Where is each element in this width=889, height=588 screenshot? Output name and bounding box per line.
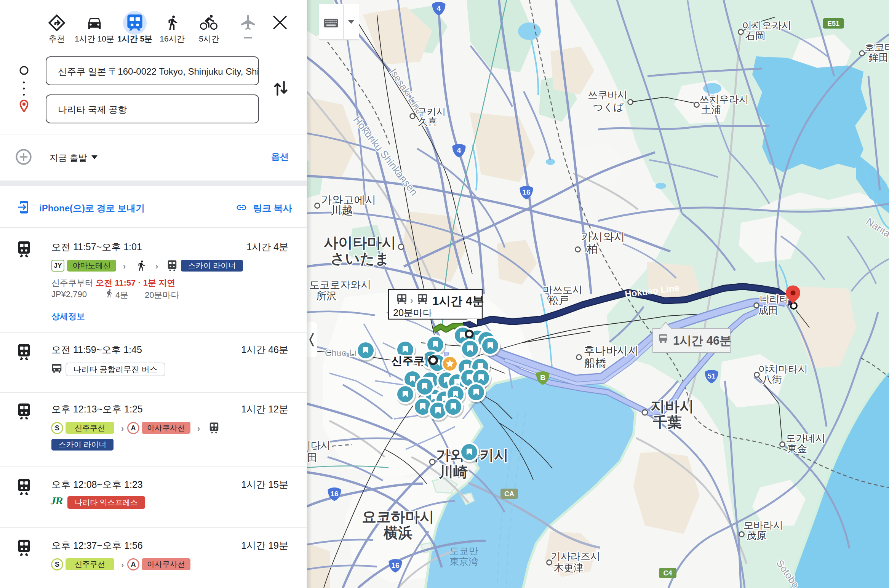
- svg-text:川崎: 川崎: [438, 464, 468, 480]
- svg-text:16: 16: [391, 561, 399, 569]
- svg-text:C4: C4: [663, 569, 672, 577]
- svg-text:›: ›: [410, 295, 413, 305]
- svg-text:鉾田: 鉾田: [869, 52, 889, 63]
- svg-text:東京湾: 東京湾: [450, 556, 478, 567]
- svg-text:쓰쿠바시: 쓰쿠바시: [588, 89, 627, 101]
- svg-text:후나바시시: 후나바시시: [584, 344, 639, 356]
- svg-text:신주쿠: 신주쿠: [392, 355, 425, 367]
- svg-text:B: B: [540, 374, 545, 382]
- svg-text:기사라즈시: 기사라즈시: [551, 551, 600, 562]
- svg-text:4: 4: [457, 146, 461, 154]
- svg-text:木更津: 木更津: [554, 562, 584, 574]
- svg-text:도코로자와시: 도코로자와시: [309, 279, 371, 291]
- svg-text:4: 4: [437, 4, 441, 12]
- svg-text:16: 16: [330, 490, 338, 498]
- svg-text:船橋: 船橋: [584, 357, 606, 369]
- svg-text:東金: 東金: [787, 443, 807, 454]
- svg-text:51: 51: [707, 372, 716, 380]
- svg-text:구키시: 구키시: [417, 106, 446, 117]
- svg-text:土浦: 土浦: [701, 104, 721, 115]
- svg-text:모바라시: 모바라시: [743, 519, 783, 531]
- svg-text:도가네시: 도가네시: [786, 433, 825, 444]
- svg-text:久喜: 久喜: [418, 116, 437, 127]
- svg-text:石岡: 石岡: [745, 30, 765, 42]
- svg-text:16: 16: [522, 188, 530, 196]
- svg-text:20분마다: 20분마다: [393, 307, 432, 318]
- svg-text:이시오카시: 이시오카시: [742, 20, 791, 31]
- svg-text:千葉: 千葉: [653, 414, 682, 430]
- svg-text:柏: 柏: [587, 243, 598, 255]
- svg-text:川越: 川越: [331, 204, 353, 216]
- svg-text:지바시: 지바시: [651, 398, 694, 414]
- svg-text:CA: CA: [504, 490, 514, 498]
- svg-text:야치마타시: 야치마타시: [758, 363, 808, 375]
- svg-text:나리타: 나리타: [759, 293, 789, 305]
- svg-text:八街: 八街: [762, 374, 782, 385]
- svg-text:사이타마시: 사이타마시: [324, 235, 396, 251]
- svg-text:도쿄만: 도쿄만: [450, 545, 478, 556]
- svg-text:横浜: 横浜: [383, 525, 413, 541]
- svg-text:さいたま: さいたま: [330, 251, 390, 267]
- svg-text:松戸: 松戸: [548, 295, 569, 306]
- svg-text:所沢: 所沢: [316, 290, 337, 302]
- svg-text:E51: E51: [827, 20, 839, 27]
- svg-text:1시간 46분: 1시간 46분: [673, 334, 731, 347]
- svg-text:成田: 成田: [758, 305, 778, 316]
- svg-text:茂原: 茂原: [747, 530, 766, 541]
- svg-text:1시간 4분: 1시간 4분: [432, 294, 484, 308]
- svg-text:쓰치우라시: 쓰치우라시: [699, 94, 749, 105]
- svg-text:마쓰도시: 마쓰도시: [543, 284, 582, 296]
- svg-text:つくば: つくば: [593, 101, 624, 113]
- svg-text:요코하마시: 요코하마시: [362, 509, 434, 525]
- svg-text:가시와시: 가시와시: [581, 231, 625, 243]
- svg-text:호코타: 호코타: [865, 42, 889, 53]
